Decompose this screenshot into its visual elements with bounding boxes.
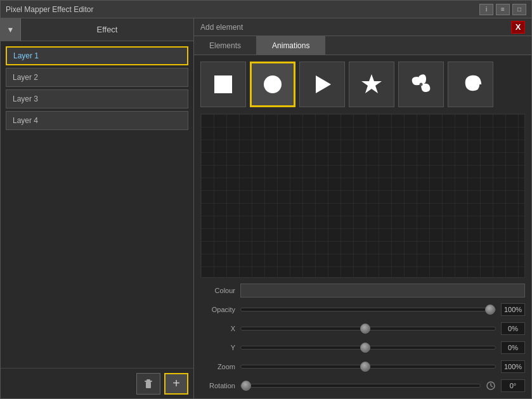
zoom-thumb[interactable]	[360, 362, 370, 372]
layer-item-3[interactable]: Layer 3	[6, 89, 188, 108]
layer-4-label: Layer 4	[13, 116, 38, 125]
layer-item-2[interactable]: Layer 2	[6, 68, 188, 87]
zoom-label: Zoom	[200, 363, 235, 370]
rotation-thumb[interactable]	[241, 381, 251, 391]
opacity-thumb[interactable]	[485, 304, 495, 315]
dropdown-arrow[interactable]: ▼	[1, 18, 21, 41]
colour-label: Colour	[200, 287, 235, 294]
rotation-label: Rotation	[200, 382, 235, 389]
zoom-row: Zoom 100%	[200, 359, 525, 374]
menu-button[interactable]: ≡	[496, 4, 510, 15]
add-layer-button[interactable]: +	[164, 373, 188, 395]
colour-row: Colour	[200, 283, 525, 298]
y-label: Y	[200, 344, 235, 351]
layer-1-label: Layer 1	[13, 51, 39, 60]
x-row: X 0%	[200, 321, 525, 336]
zoom-value: 100%	[501, 360, 525, 373]
layer-3-label: Layer 3	[13, 95, 38, 103]
tab-elements[interactable]: Elements	[194, 36, 257, 55]
clock-icon	[486, 381, 496, 391]
svg-rect-2	[146, 379, 150, 381]
right-panel: Add element X Elements Animations	[194, 18, 531, 398]
window-title: Pixel Mapper Effect Editor	[6, 5, 94, 14]
svg-point-7	[420, 83, 423, 86]
right-top-bar: Add element X	[194, 18, 531, 36]
main-window: Pixel Mapper Effect Editor i ≡ □ ▼ Effec…	[0, 0, 532, 399]
left-footer: +	[1, 368, 193, 398]
left-header: ▼ Effect	[1, 18, 193, 41]
effect-label: Effect	[21, 25, 193, 34]
layer-list: Layer 1 Layer 2 Layer 3 Layer 4	[1, 41, 193, 368]
anim-play-button[interactable]	[299, 62, 345, 107]
animation-buttons	[194, 55, 531, 114]
y-value: 0%	[501, 341, 525, 354]
rotation-slider[interactable]	[240, 379, 481, 392]
y-thumb[interactable]	[360, 343, 370, 353]
title-bar-buttons: i ≡ □	[479, 4, 526, 15]
star-icon	[360, 73, 383, 96]
colour-swatch[interactable]	[240, 284, 525, 298]
anim-square-button[interactable]	[200, 62, 246, 107]
tabs-bar: Elements Animations	[194, 36, 531, 55]
fan-icon	[410, 73, 432, 96]
left-panel: ▼ Effect Layer 1 Layer 2 Layer 3 Layer 4	[1, 18, 194, 398]
y-track	[240, 346, 496, 350]
anim-circle-button[interactable]	[250, 62, 295, 107]
opacity-value: 100%	[501, 303, 525, 316]
tab-animations[interactable]: Animations	[257, 36, 325, 55]
svg-rect-1	[145, 381, 152, 382]
opacity-track	[240, 308, 496, 311]
svg-line-10	[491, 386, 493, 387]
layer-item-1[interactable]: Layer 1	[6, 46, 188, 65]
trash-icon	[143, 378, 154, 389]
svg-rect-3	[214, 75, 232, 93]
canvas-area	[200, 114, 525, 278]
zoom-slider[interactable]	[240, 360, 496, 373]
rotation-value: 0°	[501, 379, 525, 392]
svg-point-4	[264, 75, 282, 93]
svg-rect-0	[146, 382, 151, 388]
dropdown-icon: ▼	[7, 25, 15, 34]
maximize-button[interactable]: □	[512, 4, 526, 15]
anim-spiral-button[interactable]	[448, 62, 493, 107]
x-slider[interactable]	[240, 322, 496, 335]
x-value: 0%	[501, 322, 525, 335]
opacity-slider[interactable]	[240, 303, 496, 316]
zoom-track	[240, 365, 496, 369]
x-label: X	[200, 325, 235, 332]
svg-marker-5	[316, 75, 331, 93]
title-bar: Pixel Mapper Effect Editor i ≡ □	[1, 1, 531, 18]
rotation-track	[240, 384, 481, 388]
x-track	[240, 327, 496, 330]
close-button[interactable]: X	[511, 21, 525, 34]
spiral-icon	[459, 73, 482, 96]
add-element-label: Add element	[200, 23, 243, 32]
y-slider[interactable]	[240, 341, 496, 354]
controls-area: Colour Opacity 100% X	[194, 278, 531, 398]
info-button[interactable]: i	[479, 4, 493, 15]
x-thumb[interactable]	[360, 324, 370, 334]
svg-marker-6	[361, 74, 382, 93]
delete-button[interactable]	[136, 373, 160, 395]
play-icon	[311, 73, 334, 96]
add-icon: +	[172, 376, 180, 391]
anim-fan-button[interactable]	[398, 62, 444, 107]
rotation-row: Rotation 0°	[200, 378, 525, 393]
y-row: Y 0%	[200, 340, 525, 355]
layer-2-label: Layer 2	[13, 73, 38, 82]
layer-item-4[interactable]: Layer 4	[6, 111, 188, 130]
circle-icon	[261, 73, 284, 96]
opacity-row: Opacity 100%	[200, 302, 525, 317]
anim-star-button[interactable]	[349, 62, 394, 107]
main-content: ▼ Effect Layer 1 Layer 2 Layer 3 Layer 4	[1, 18, 531, 398]
square-icon	[212, 73, 235, 96]
opacity-label: Opacity	[200, 306, 235, 313]
